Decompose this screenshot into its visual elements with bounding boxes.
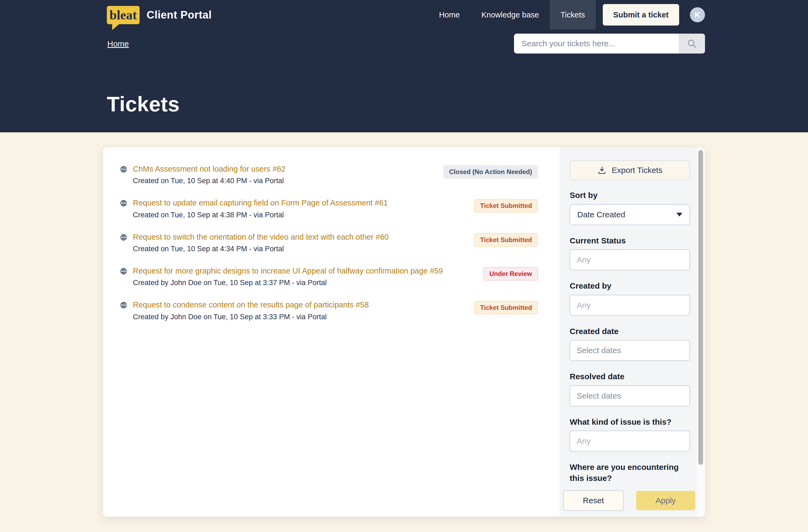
resolved-date-input[interactable] [570, 385, 690, 406]
filter-actions: Reset Apply [559, 484, 705, 517]
tickets-card: ChMs Assessment not loading for users #6… [103, 147, 705, 517]
search-input[interactable] [514, 34, 679, 54]
ticket-meta: Created by John Doe on Tue, 10 Sep at 3:… [133, 313, 369, 321]
globe-icon [120, 165, 128, 173]
logo-text: bleat [109, 8, 136, 21]
current-status-label: Current Status [570, 235, 690, 246]
scrollbar-thumb[interactable] [698, 150, 703, 465]
issue-kind-input[interactable] [570, 430, 690, 452]
created-date-label: Created date [570, 326, 690, 337]
nav-item-tickets[interactable]: Tickets [550, 0, 596, 30]
ticket-text: ChMs Assessment not loading for users #6… [133, 165, 286, 185]
ticket-search [514, 34, 705, 54]
breadcrumb-home-link[interactable]: Home [107, 39, 129, 49]
ticket-row: Request to switch the orientation of the… [120, 233, 538, 253]
issue-kind-label: What kind of issue is this? [570, 417, 690, 428]
ticket-list: ChMs Assessment not loading for users #6… [103, 147, 559, 517]
nav-item-knowledge-base[interactable]: Knowledge base [471, 0, 550, 30]
export-tickets-label: Export Tickets [612, 166, 662, 175]
globe-icon [120, 267, 128, 275]
created-by-input[interactable] [570, 295, 690, 316]
ticket-title-link[interactable]: Request to update email capturing field … [133, 199, 388, 207]
header-bar: bleat Client Portal Home Knowledge base … [103, 0, 705, 30]
globe-icon [120, 301, 128, 309]
ticket-text: Request to update email capturing field … [133, 199, 388, 219]
ticket-row: Request to update email capturing field … [120, 199, 538, 219]
issue-location-label: Where are you encountering this issue? [570, 462, 690, 483]
resolved-date-label: Resolved date [570, 371, 690, 382]
ticket-text: Request to condense content on the resul… [133, 300, 369, 321]
client-portal-page: bleat Client Portal Home Knowledge base … [0, 0, 808, 532]
bleat-logo: bleat [107, 6, 140, 24]
globe-icon [120, 234, 128, 241]
current-status-input[interactable] [570, 249, 690, 270]
reset-button[interactable]: Reset [563, 490, 624, 511]
sort-by-value: Date Created [577, 210, 625, 219]
status-badge: Under Review [483, 267, 538, 280]
globe-icon [120, 199, 128, 207]
created-by-label: Created by [570, 280, 690, 292]
brand[interactable]: bleat Client Portal [107, 0, 212, 30]
ticket-text: Request for more graphic designs to incr… [133, 267, 443, 287]
ticket-meta: Created by John Doe on Tue, 10 Sep at 3:… [133, 279, 443, 287]
apply-button[interactable]: Apply [636, 491, 696, 510]
page-title: Tickets [107, 94, 180, 114]
filters-sidebar: Export Tickets Sort by Date Created Curr… [559, 147, 705, 517]
status-badge: Closed (No Action Needed) [443, 165, 538, 179]
ticket-meta: Created on Tue, 10 Sep at 4:40 PM - via … [133, 177, 286, 185]
ticket-meta: Created on Tue, 10 Sep at 4:38 PM - via … [133, 211, 388, 219]
export-tickets-button[interactable]: Export Tickets [570, 160, 690, 180]
user-avatar[interactable]: K [690, 7, 705, 22]
ticket-row: Request for more graphic designs to incr… [120, 267, 538, 287]
ticket-meta: Created on Tue, 10 Sep at 4:34 PM - via … [133, 245, 389, 253]
ticket-title-link[interactable]: Request to condense content on the resul… [133, 300, 369, 309]
submit-ticket-button[interactable]: Submit a ticket [603, 4, 679, 25]
ticket-text: Request to switch the orientation of the… [133, 233, 389, 253]
sort-by-dropdown[interactable]: Date Created [570, 204, 690, 225]
hero-section: bleat Client Portal Home Knowledge base … [0, 0, 808, 132]
ticket-row: Request to condense content on the resul… [120, 300, 538, 321]
sort-by-label: Sort by [570, 190, 690, 201]
ticket-title-link[interactable]: Request to switch the orientation of the… [133, 233, 389, 241]
download-icon [597, 165, 607, 175]
created-date-input[interactable] [570, 340, 690, 361]
ticket-title-link[interactable]: Request for more graphic designs to incr… [133, 267, 443, 275]
ticket-row: ChMs Assessment not loading for users #6… [120, 165, 538, 185]
status-badge: Ticket Submitted [474, 233, 538, 246]
ticket-title-link[interactable]: ChMs Assessment not loading for users #6… [133, 165, 286, 173]
nav-item-home[interactable]: Home [428, 0, 471, 30]
main-nav: Home Knowledge base Tickets Submit a tic… [428, 0, 705, 30]
search-icon [686, 38, 697, 49]
status-badge: Ticket Submitted [474, 301, 538, 314]
search-button[interactable] [679, 34, 705, 54]
portal-title: Client Portal [147, 9, 212, 21]
status-badge: Ticket Submitted [474, 199, 538, 213]
scrollbar-track[interactable] [697, 147, 705, 517]
chevron-down-icon [677, 213, 682, 217]
